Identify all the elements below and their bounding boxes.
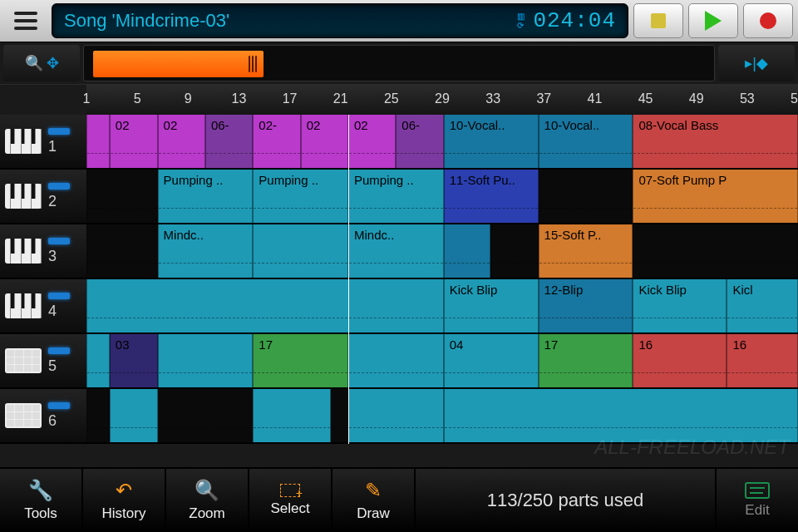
playhead[interactable] bbox=[348, 115, 349, 444]
piano-icon bbox=[5, 293, 42, 318]
play-button[interactable] bbox=[688, 3, 738, 38]
clip[interactable]: 08-Vocal Bass bbox=[633, 115, 798, 168]
clip[interactable] bbox=[86, 279, 444, 332]
clip[interactable]: 02 bbox=[348, 115, 396, 168]
clip[interactable]: 10-Vocal.. bbox=[444, 115, 539, 168]
clip[interactable]: Mindc.. bbox=[158, 224, 254, 278]
clip[interactable] bbox=[86, 170, 158, 223]
zoom-label: Zoom bbox=[189, 505, 224, 522]
clip[interactable] bbox=[633, 224, 798, 278]
menu-button[interactable] bbox=[5, 3, 47, 38]
clip-lane[interactable]: Pumping ..Pumping ..Pumping ..11-Soft Pu… bbox=[86, 170, 798, 223]
timeline-ruler[interactable]: 159131721252933374145495357 bbox=[86, 85, 798, 115]
clip[interactable]: 15-Soft P.. bbox=[539, 224, 633, 278]
clip[interactable]: 10-Vocal.. bbox=[539, 115, 633, 168]
bottom-toolbar: 🔧Tools ↶History 🔍Zoom +Select ✎Draw 113/… bbox=[0, 467, 798, 532]
clip-lane[interactable]: 020206-02-020206-10-Vocal..10-Vocal..08-… bbox=[86, 115, 798, 168]
stop-button[interactable] bbox=[633, 3, 683, 38]
clip-label: Kick Blip bbox=[638, 283, 687, 297]
level-indicator bbox=[48, 347, 70, 354]
clip-label: 02 bbox=[307, 118, 321, 132]
clip[interactable]: 04 bbox=[444, 334, 539, 387]
track-header[interactable]: 2 bbox=[0, 170, 86, 223]
clip[interactable] bbox=[86, 224, 158, 278]
clip[interactable] bbox=[348, 389, 444, 442]
edit-button[interactable]: Edit bbox=[715, 469, 798, 532]
clip[interactable]: 02 bbox=[301, 115, 348, 168]
track-number: 2 bbox=[48, 193, 57, 210]
clip[interactable]: Pumping .. bbox=[158, 170, 254, 223]
edit-icon bbox=[745, 482, 770, 499]
clip[interactable] bbox=[253, 389, 331, 442]
clip[interactable]: 03 bbox=[110, 334, 158, 387]
clip[interactable] bbox=[158, 389, 254, 442]
track-number: 1 bbox=[48, 138, 57, 155]
zoom-button[interactable]: 🔍Zoom bbox=[166, 469, 249, 532]
clip[interactable] bbox=[444, 224, 490, 278]
clip[interactable] bbox=[331, 389, 348, 442]
track-header[interactable]: 6 bbox=[0, 389, 86, 442]
clip[interactable] bbox=[86, 389, 110, 442]
ruler-number: 9 bbox=[185, 91, 192, 106]
draw-button[interactable]: ✎Draw bbox=[332, 469, 416, 532]
clip[interactable] bbox=[110, 389, 158, 442]
tools-button[interactable]: 🔧Tools bbox=[0, 469, 83, 532]
song-display[interactable]: Song 'Mindcrime-03' ▥⟳ 024:04 bbox=[52, 3, 628, 38]
magnifier-icon: 🔍 bbox=[25, 54, 43, 72]
zoom-move-tool[interactable]: 🔍 ✥ bbox=[3, 45, 80, 81]
sync-icon: ▥⟳ bbox=[517, 12, 525, 30]
clip[interactable]: Pumping .. bbox=[348, 170, 444, 223]
clip-lane[interactable]: Kick Blip12-BlipKick BlipKicl bbox=[86, 279, 798, 332]
clip[interactable]: 06- bbox=[205, 115, 253, 168]
track-header[interactable]: 1 bbox=[0, 115, 86, 168]
clip-lane[interactable]: Mindc..Mindc..15-Soft P.. bbox=[86, 224, 798, 278]
clip[interactable]: 17 bbox=[253, 334, 348, 387]
clip[interactable]: 06- bbox=[396, 115, 443, 168]
clip[interactable] bbox=[158, 334, 254, 387]
history-button[interactable]: ↶History bbox=[83, 469, 166, 532]
clip[interactable]: 16 bbox=[633, 334, 727, 387]
track-header[interactable]: 4 bbox=[0, 279, 86, 332]
top-bar: Song 'Mindcrime-03' ▥⟳ 024:04 bbox=[0, 0, 798, 42]
clip[interactable]: 07-Soft Pump P bbox=[633, 170, 798, 223]
clip[interactable]: 02 bbox=[110, 115, 158, 168]
clip[interactable]: 12-Blip bbox=[539, 279, 633, 332]
clip[interactable]: 02 bbox=[158, 115, 205, 168]
clip[interactable] bbox=[444, 389, 798, 442]
track-header[interactable]: 3 bbox=[0, 224, 86, 278]
clip[interactable]: 11-Soft Pu.. bbox=[444, 170, 539, 223]
edit-label: Edit bbox=[745, 502, 769, 519]
clip[interactable]: 02- bbox=[253, 115, 300, 168]
record-button[interactable] bbox=[743, 3, 793, 38]
clip[interactable]: Kick Blip bbox=[444, 279, 539, 332]
clip[interactable] bbox=[539, 170, 633, 223]
track-number: 5 bbox=[48, 357, 57, 375]
track-row: 5031704171616 bbox=[0, 334, 798, 389]
snap-tool[interactable]: ▸|◆ bbox=[718, 45, 795, 81]
song-overview[interactable] bbox=[83, 45, 715, 81]
clip-label: 06- bbox=[401, 118, 420, 132]
clip-lane[interactable] bbox=[86, 389, 798, 442]
track-header[interactable]: 5 bbox=[0, 334, 86, 387]
clip[interactable] bbox=[253, 224, 348, 278]
play-icon bbox=[705, 11, 722, 31]
clip[interactable] bbox=[86, 115, 110, 168]
track-number: 3 bbox=[48, 248, 57, 265]
ruler-number: 45 bbox=[638, 91, 653, 106]
clip[interactable]: Kick Blip bbox=[633, 279, 727, 332]
track-row: 4Kick Blip12-BlipKick BlipKicl bbox=[0, 279, 798, 334]
snap-icon: ▸|◆ bbox=[745, 54, 768, 72]
track-number: 4 bbox=[48, 303, 57, 320]
clip[interactable]: 16 bbox=[727, 334, 798, 387]
clip[interactable]: Kicl bbox=[727, 279, 798, 332]
clip[interactable]: 17 bbox=[539, 334, 633, 387]
clip[interactable] bbox=[490, 224, 538, 278]
select-button[interactable]: +Select bbox=[249, 469, 332, 532]
clip[interactable] bbox=[348, 334, 444, 387]
overview-viewport[interactable] bbox=[93, 51, 264, 77]
clip[interactable]: Mindc.. bbox=[348, 224, 444, 278]
clip[interactable]: Pumping .. bbox=[253, 170, 348, 223]
clip-lane[interactable]: 031704171616 bbox=[86, 334, 798, 387]
clip-label: 11-Soft Pu.. bbox=[450, 173, 515, 187]
clip[interactable] bbox=[86, 334, 110, 387]
